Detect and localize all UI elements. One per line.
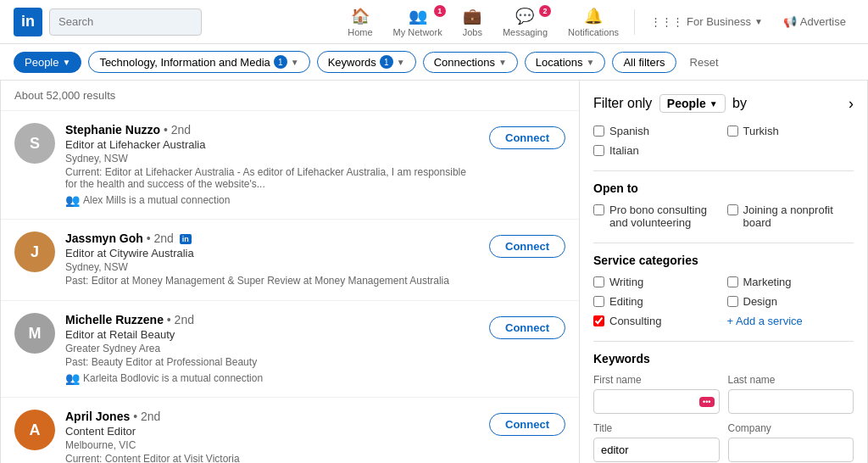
- first-name-input-wrapper: •••: [593, 389, 720, 414]
- chevron-down-icon: ▼: [754, 17, 763, 26]
- first-name-field-group: First name •••: [593, 374, 720, 414]
- divider-3: [593, 341, 854, 342]
- my-network-badge: 1: [434, 5, 446, 17]
- service-grid: Writing Marketing Editing Design Consult…: [593, 276, 854, 327]
- last-name-input[interactable]: [728, 389, 854, 414]
- person-location: Greater Sydney Area: [65, 343, 479, 354]
- keywords-filter-chip[interactable]: Keywords 1 ▼: [317, 51, 416, 73]
- person-name: Stephanie Nuzzo • 2nd: [65, 123, 479, 137]
- first-name-badge: •••: [699, 397, 714, 407]
- person-info: April Jones • 2nd Content Editor Melbour…: [65, 410, 479, 463]
- editing-checkbox[interactable]: [593, 296, 604, 307]
- person-degree: • 2nd: [133, 410, 160, 423]
- nonprofit-checkbox[interactable]: [727, 204, 738, 215]
- my-network-icon: 👥: [409, 7, 427, 25]
- person-title: Content Editor: [65, 425, 479, 438]
- divider-2: [593, 243, 854, 243]
- divider-1: [593, 170, 854, 171]
- connect-button[interactable]: Connect: [489, 235, 565, 258]
- language-italian[interactable]: Italian: [593, 144, 721, 157]
- grid-icon: ⋮⋮⋮: [650, 15, 683, 28]
- nav-items: 🏠 Home 👥 1 My Network 💼 Jobs 💬 2 Messagi…: [339, 0, 854, 44]
- last-name-field-group: Last name: [728, 374, 854, 414]
- people-filter-chip[interactable]: People ▼: [14, 52, 81, 73]
- connections-chip-arrow: ▼: [498, 58, 507, 67]
- company-input[interactable]: [728, 438, 854, 462]
- home-icon: 🏠: [351, 7, 370, 25]
- title-label: Title: [593, 422, 720, 434]
- company-field-group: Company: [728, 422, 854, 462]
- messaging-icon: 💬: [515, 7, 534, 25]
- italian-checkbox[interactable]: [593, 145, 604, 156]
- for-business-button[interactable]: ⋮⋮⋮ For Business ▼: [642, 0, 771, 44]
- person-description: Past: Beauty Editor at Professional Beau…: [65, 356, 479, 368]
- nav-jobs[interactable]: 💼 Jobs: [454, 0, 491, 44]
- open-to-title: Open to: [593, 181, 854, 195]
- connect-button[interactable]: Connect: [489, 413, 565, 436]
- nav-my-network[interactable]: 👥 1 My Network: [385, 0, 451, 44]
- all-filters-chip[interactable]: All filters: [612, 52, 676, 73]
- table-row: A April Jones • 2nd Content Editor Melbo…: [1, 398, 579, 463]
- filter-panel: Filter only People ▼ by › Spanish: [580, 81, 868, 463]
- open-to-nonprofit[interactable]: Joining a nonprofit board: [727, 204, 854, 229]
- open-to-grid: Pro bono consulting and volunteering Joi…: [593, 204, 854, 229]
- design-checkbox[interactable]: [727, 296, 738, 307]
- person-info: Stephanie Nuzzo • 2nd Editor at Lifehack…: [65, 123, 479, 207]
- person-title: Editor at Retail Beauty: [65, 328, 479, 341]
- consulting-checkbox[interactable]: [593, 315, 604, 326]
- filter-people-chevron: ▼: [709, 99, 718, 109]
- service-consulting[interactable]: Consulting: [593, 315, 721, 327]
- writing-checkbox[interactable]: [593, 276, 604, 287]
- industry-filter-chip[interactable]: Technology, Information and Media 1 ▼: [88, 51, 309, 73]
- service-writing[interactable]: Writing: [593, 276, 721, 288]
- probono-checkbox[interactable]: [593, 204, 604, 215]
- filter-expand-button[interactable]: ›: [849, 95, 854, 113]
- person-description: Past: Editor at Money Management & Super…: [65, 275, 479, 287]
- languages-section: Spanish Turkish Italian: [593, 125, 854, 157]
- locations-filter-chip[interactable]: Locations ▼: [525, 52, 606, 73]
- person-degree: • 2nd: [167, 313, 194, 326]
- connect-button[interactable]: Connect: [489, 316, 565, 339]
- person-info: Michelle Ruzzene • 2nd Editor at Retail …: [65, 313, 479, 385]
- language-spanish[interactable]: Spanish: [593, 125, 721, 137]
- marketing-checkbox[interactable]: [727, 276, 738, 287]
- table-row: M Michelle Ruzzene • 2nd Editor at Retai…: [1, 301, 579, 398]
- nav-home[interactable]: 🏠 Home: [339, 0, 381, 44]
- reset-button[interactable]: Reset: [683, 53, 726, 72]
- person-title: Editor at Citywire Australia: [65, 247, 479, 259]
- search-input[interactable]: [49, 8, 202, 36]
- top-navigation: in 🏠 Home 👥 1 My Network 💼 Jobs 💬 2 Mess…: [0, 0, 868, 44]
- advertise-button[interactable]: 📢 Advertise: [775, 0, 854, 44]
- person-location: Sydney, NSW: [65, 153, 479, 165]
- filter-people-dropdown[interactable]: People ▼: [659, 94, 726, 113]
- avatar: S: [14, 123, 55, 164]
- mutual-icon: 👥: [65, 371, 80, 385]
- language-turkish[interactable]: Turkish: [727, 125, 854, 137]
- messaging-badge: 2: [539, 5, 551, 17]
- connect-button[interactable]: Connect: [489, 126, 565, 149]
- linkedin-logo[interactable]: in: [14, 8, 42, 36]
- title-input[interactable]: [593, 438, 720, 462]
- service-marketing[interactable]: Marketing: [727, 276, 854, 288]
- table-row: J Jassmyn Goh • 2nd in Editor at Citywir…: [1, 220, 579, 301]
- service-editing[interactable]: Editing: [593, 295, 721, 308]
- connections-filter-chip[interactable]: Connections ▼: [423, 52, 518, 73]
- turkish-checkbox[interactable]: [727, 126, 738, 137]
- industry-chip-arrow: ▼: [291, 58, 299, 67]
- nav-divider: [634, 9, 635, 35]
- name-fields-row: First name ••• Last name: [593, 374, 854, 414]
- spanish-checkbox[interactable]: [593, 126, 604, 137]
- person-location: Sydney, NSW: [65, 261, 479, 273]
- keywords-title: Keywords: [593, 352, 854, 365]
- open-to-probono[interactable]: Pro bono consulting and volunteering: [593, 204, 721, 229]
- company-label: Company: [728, 422, 854, 434]
- filter-panel-title: Filter only People ▼ by: [593, 94, 747, 113]
- person-name: April Jones • 2nd: [65, 410, 479, 423]
- advertise-icon: 📢: [783, 15, 797, 28]
- service-design[interactable]: Design: [727, 295, 854, 308]
- linkedin-badge: in: [180, 234, 192, 244]
- add-service-button[interactable]: + Add a service: [727, 315, 854, 327]
- nav-notifications[interactable]: 🔔 Notifications: [559, 0, 627, 44]
- nav-messaging[interactable]: 💬 2 Messaging: [494, 0, 556, 44]
- avatar: A: [14, 410, 55, 450]
